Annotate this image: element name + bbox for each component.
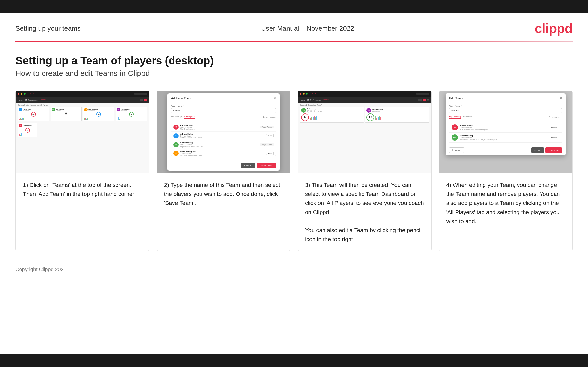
player-avatar-4: DB bbox=[173, 151, 179, 156]
remove-btn-2[interactable]: Remove bbox=[549, 136, 559, 139]
edit-modal-footer: 🗑 Delete Cancel Save Team bbox=[446, 145, 566, 155]
ss1-topbar: clippd bbox=[16, 91, 149, 97]
page-subtitle: How to create and edit Teams in Clippd bbox=[15, 69, 573, 78]
modal-tabs: My Team (2) All Players Filter by name bbox=[171, 115, 276, 120]
modal-team-name-label: Team Name * bbox=[171, 105, 276, 107]
modal-filter-checkbox[interactable] bbox=[262, 116, 264, 118]
edit-team-name-input[interactable] bbox=[449, 108, 562, 113]
player-avatar-1: AP bbox=[173, 125, 179, 130]
delete-button[interactable]: 🗑 Delete bbox=[449, 147, 464, 153]
ss1-player-5: RB Richard Butler 72 bbox=[18, 123, 37, 137]
card-1: clippd Home My Performance Teams Sho bbox=[15, 91, 149, 251]
modal-title: Add New Team bbox=[171, 97, 191, 100]
edit-tab-allplayers[interactable]: All Players bbox=[463, 116, 472, 119]
edit-team-name-label: Team Name * bbox=[449, 105, 562, 107]
player-add-btn-4[interactable]: Add bbox=[266, 152, 273, 155]
dot-red bbox=[18, 93, 19, 95]
modal-close-icon[interactable]: × bbox=[274, 96, 276, 100]
cancel-button[interactable]: Cancel bbox=[241, 163, 255, 168]
header-center-text: User Manual – November 2022 bbox=[261, 24, 354, 32]
remove-btn-1[interactable]: Remove bbox=[549, 126, 559, 129]
player-info-1: Adrian Player Plus Handicap The Shire Lo… bbox=[180, 124, 259, 130]
screenshot-3: clippd Home My Performance Teams ✏ bbox=[298, 91, 431, 173]
header: Setting up your teams User Manual – Nove… bbox=[0, 13, 588, 41]
edit-modal-close-icon[interactable]: × bbox=[560, 96, 562, 100]
edit-player-1: AP Adrian Player Plus Handicap The Shire… bbox=[449, 123, 562, 133]
edit-cancel-button[interactable]: Cancel bbox=[531, 147, 544, 153]
card-2-text: 2) Type the name of this Team and then s… bbox=[157, 173, 290, 215]
modal-tab-myteam[interactable]: My Team (2) bbox=[171, 116, 182, 119]
ss1-player-3: DB Dave Billingham 5.5 Handicap 94 bbox=[83, 107, 114, 121]
edit-player-info-1: Adrian Player Plus Handicap The Shire Lo… bbox=[460, 125, 547, 130]
card-1-text: 1) Click on 'Teams' at the top of the sc… bbox=[16, 173, 149, 206]
save-team-button[interactable]: Save Team bbox=[257, 163, 276, 168]
dot-green bbox=[24, 93, 26, 95]
card-4: Edit Team × Team Name * My Team (2) All … bbox=[439, 91, 573, 251]
edit-avatar-2: BM bbox=[452, 134, 458, 141]
ss3-topbar: clippd bbox=[298, 91, 431, 97]
ss1-nav-teams: Teams bbox=[41, 99, 46, 101]
ss1-btn1 bbox=[140, 99, 143, 101]
ss1-nav: Home My Performance Teams bbox=[16, 97, 149, 103]
edit-tab-myteam[interactable]: My Team (2) bbox=[449, 115, 461, 119]
ss3-player-card-rb: RB Richard Butler 2.0 Handicap 72 bbox=[365, 107, 429, 123]
edit-modal-tabs: My Team (2) All Players Filter by name bbox=[449, 115, 562, 120]
ss3-nav: Home My Performance Teams ✏ bbox=[298, 97, 431, 103]
player-badge-1: Player Added bbox=[260, 126, 274, 128]
player-avatar-2: AC bbox=[173, 133, 179, 138]
player-item-4: DB Dave Billingham 5.5 Handicap The Sing… bbox=[171, 149, 276, 156]
ss1-nav-perf: My Performance bbox=[25, 99, 38, 101]
edit-save-team-button[interactable]: Save Team bbox=[545, 147, 562, 153]
ss1-player-4: RB Richard Butler 2.0 Handicap 78 bbox=[116, 107, 147, 121]
ss3-player-card-bm: BM Blair McHarg Plus Handicap Royal Nort… bbox=[300, 107, 364, 123]
top-bar bbox=[0, 0, 588, 13]
ss1-search bbox=[134, 93, 147, 95]
edit-team-modal: Edit Team × Team Name * My Team (2) All … bbox=[446, 93, 566, 155]
player-info-2: Adrian Colba 1.5 Handicap Central London… bbox=[180, 133, 265, 139]
player-badge-3: Player Added bbox=[260, 143, 274, 146]
edit-modal-title: Edit Team bbox=[449, 97, 463, 100]
ss1-btn2 bbox=[144, 99, 147, 101]
player-info-3: Blair McHarg Plus Handicap Royal North D… bbox=[180, 142, 259, 147]
ss1-nav-home: Home bbox=[18, 99, 23, 101]
modal-filter: Filter by name bbox=[262, 116, 276, 118]
screenshot-2: Add New Team × Team Name * My Team (2) A… bbox=[157, 91, 290, 173]
modal-tab-allplayers[interactable]: All Players bbox=[184, 115, 195, 119]
dot-yellow bbox=[21, 93, 22, 95]
edit-player-2: BM Blair McHarg Plus Handicap Royal Nort… bbox=[449, 133, 562, 143]
edit-player-info-2: Blair McHarg Plus Handicap Royal North D… bbox=[460, 135, 547, 141]
edit-modal-header: Edit Team × bbox=[446, 93, 566, 102]
header-logo: clippd bbox=[535, 21, 573, 36]
page-title-section: Setting up a Team of players (desktop) H… bbox=[0, 42, 588, 85]
player-item-3: BM Blair McHarg Plus Handicap Royal Nort… bbox=[171, 140, 276, 149]
card-3-text: 3) This Team will then be created. You c… bbox=[298, 173, 431, 251]
ss1-content: Showing 5 out of 5 players from: All Pla… bbox=[16, 103, 149, 139]
ss2-mockup: Add New Team × Team Name * My Team (2) A… bbox=[157, 91, 290, 173]
ss1-player-1: AC Adrian Colba 1.5 Handicap 84 bbox=[18, 107, 49, 121]
ss4-mockup: Edit Team × Team Name * My Team (2) All … bbox=[439, 91, 573, 173]
ss1-mockup: clippd Home My Performance Teams Sho bbox=[16, 91, 149, 173]
modal-filter-label: Filter by name bbox=[264, 116, 276, 118]
card-2: Add New Team × Team Name * My Team (2) A… bbox=[157, 91, 291, 251]
ss1-player-2: BM Blair McHarg + Handicap 0 bbox=[51, 107, 82, 121]
edit-modal-filter: Filter by name bbox=[548, 116, 562, 118]
player-add-btn-2[interactable]: Add bbox=[266, 134, 273, 137]
ss1-logo: clippd bbox=[29, 93, 34, 95]
screenshot-4: Edit Team × Team Name * My Team (2) All … bbox=[439, 91, 573, 173]
edit-avatar-1: AP bbox=[452, 124, 458, 130]
player-info-4: Dave Billingham 5.5 Handicap The Sing Ma… bbox=[180, 150, 265, 156]
player-list: AP Adrian Player Plus Handicap The Shire… bbox=[171, 123, 276, 156]
copyright-text: Copyright Clippd 2021 bbox=[15, 267, 66, 272]
modal-team-name-input[interactable] bbox=[171, 108, 276, 113]
bottom-bar bbox=[0, 354, 588, 367]
page-title: Setting up a Team of players (desktop) bbox=[15, 55, 573, 67]
edit-filter-checkbox[interactable] bbox=[548, 116, 550, 118]
header-left-text: Setting up your teams bbox=[15, 24, 81, 32]
cards-container: clippd Home My Performance Teams Sho bbox=[0, 85, 588, 261]
modal-header: Add New Team × bbox=[167, 93, 280, 102]
modal-footer: Cancel Save Team bbox=[167, 161, 280, 171]
modal-body: Team Name * My Team (2) All Players Filt… bbox=[167, 102, 280, 161]
ss3-content: Showing 2 players from: Team A BM Blair … bbox=[298, 103, 431, 126]
card-3: clippd Home My Performance Teams ✏ bbox=[298, 91, 432, 251]
player-item-2: AC Adrian Colba 1.5 Handicap Central Lon… bbox=[171, 132, 276, 140]
